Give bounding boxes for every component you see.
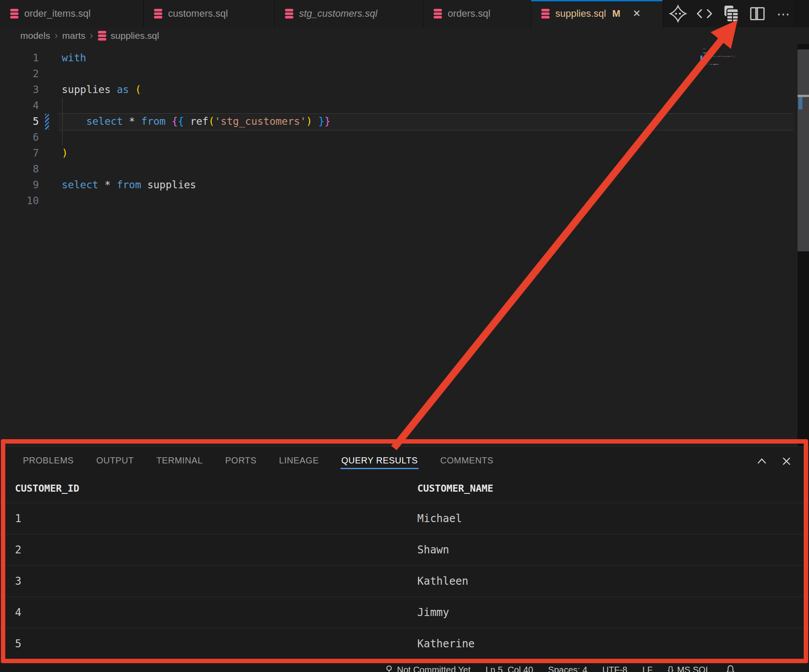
panel-tab-query-results[interactable]: QUERY RESULTS xyxy=(341,449,419,472)
code-line: 5 select * from {{ ref('stg_customers') … xyxy=(0,113,798,129)
table-cell: 3 xyxy=(0,575,402,587)
close-panel-icon[interactable] xyxy=(780,455,793,468)
code-line: 9select * from supplies xyxy=(0,177,798,193)
panel-tab-terminal[interactable]: TERMINAL xyxy=(155,449,203,472)
tab-label: orders.sql xyxy=(448,8,491,19)
code-text: select * from supplies xyxy=(703,63,719,65)
code-line: 10 xyxy=(0,193,798,209)
code-text xyxy=(39,97,62,113)
code-text: ) xyxy=(703,60,704,61)
status-label: Not Committed Yet xyxy=(397,665,471,672)
database-icon xyxy=(433,8,442,19)
code-text: supplies as ( xyxy=(703,52,712,54)
table-cell: 5 xyxy=(0,638,402,650)
close-tab-icon[interactable]: ✕ xyxy=(630,8,643,19)
code-line: 6 xyxy=(0,129,798,145)
table-row: 5Katherine xyxy=(0,628,809,659)
code-text: with xyxy=(39,50,86,66)
dbt-icon[interactable] xyxy=(668,4,688,24)
panel-tab-comments[interactable]: COMMENTS xyxy=(439,449,494,472)
table-cell: 1 xyxy=(0,512,402,525)
breadcrumb: models›marts›supplies.sql xyxy=(0,27,809,44)
code-text xyxy=(39,193,62,209)
panel-tab-ports[interactable]: PORTS xyxy=(225,449,258,472)
line-number: 6 xyxy=(0,129,39,145)
line-number: 7 xyxy=(0,145,39,161)
split-editor-icon[interactable] xyxy=(747,4,768,24)
code-text xyxy=(39,66,62,82)
tab-supplies-sql[interactable]: supplies.sqlM✕ xyxy=(531,0,663,27)
status-label: Ln 5, Col 40 xyxy=(486,665,533,672)
code-text: with xyxy=(703,48,706,50)
status-encoding[interactable]: UTF-8 xyxy=(603,664,628,672)
breadcrumb-item-marts[interactable]: marts xyxy=(62,30,86,41)
line-number: 1 xyxy=(0,50,39,66)
code-text: select * from {{ ref('stg_customers') }} xyxy=(39,113,330,129)
tab-order_items-sql[interactable]: order_items.sql xyxy=(0,0,144,27)
code-editor[interactable]: 1with23supplies as (45 select * from {{ … xyxy=(0,44,798,446)
status-indentation[interactable]: Spaces: 4 xyxy=(548,664,588,672)
table-cell: 4 xyxy=(0,606,402,619)
status-cursor-position[interactable]: Ln 5, Col 40 xyxy=(486,664,533,672)
status-eol[interactable]: LF xyxy=(642,664,652,672)
minimap[interactable]: withsupplies as ( select * from {{ ref('… xyxy=(703,48,800,97)
table-cell: Michael xyxy=(402,512,805,525)
tab-label: customers.sql xyxy=(168,8,228,19)
table-row: 3Kathleen xyxy=(0,565,809,597)
tab-label: supplies.sql xyxy=(555,8,606,19)
code-line: 7) xyxy=(0,145,798,161)
overview-ruler-modified-marker xyxy=(798,97,802,109)
code-line: 1with xyxy=(0,50,798,66)
editor-scrollbar[interactable] xyxy=(798,49,809,251)
breadcrumb-label: marts xyxy=(62,30,86,41)
table-cell: Katherine xyxy=(402,638,805,650)
code-lines: 1with23supplies as (45 select * from {{ … xyxy=(0,50,798,209)
panel-tab-problems[interactable]: PROBLEMS xyxy=(22,449,75,472)
column-header-customer_name[interactable]: CUSTOMER_NAME xyxy=(402,483,805,494)
status-bar: Not Committed YetLn 5, Col 40Spaces: 4UT… xyxy=(0,662,809,672)
table-cell: 2 xyxy=(0,544,402,556)
line-number: 2 xyxy=(0,66,39,82)
status-label: UTF-8 xyxy=(603,665,628,672)
status-language-mode[interactable]: {}MS SQL xyxy=(668,664,711,672)
panel-tab-output[interactable]: OUTPUT xyxy=(95,449,135,472)
breadcrumb-item-supplies-sql[interactable]: supplies.sql xyxy=(97,30,159,41)
status-notifications[interactable] xyxy=(726,664,735,672)
minimap-modified-marker xyxy=(700,56,702,60)
bell-icon xyxy=(726,665,735,672)
code-text: select * from {{ ref('stg_customers') }} xyxy=(703,56,735,57)
database-icon xyxy=(541,8,550,19)
tab-customers-sql[interactable]: customers.sql xyxy=(144,0,275,27)
status-label: Spaces: 4 xyxy=(548,665,588,672)
panel-tab-lineage[interactable]: LINEAGE xyxy=(278,449,320,472)
table-cell: Jimmy xyxy=(402,606,805,619)
braces-icon: {} xyxy=(668,665,674,672)
breadcrumb-label: models xyxy=(20,30,50,41)
panel-actions xyxy=(755,455,793,468)
breadcrumb-separator: › xyxy=(90,30,93,41)
code-text xyxy=(39,129,62,145)
tab-stg_customers-sql[interactable]: stg_customers.sql xyxy=(275,0,423,27)
code-line: 4 xyxy=(0,97,798,113)
status-git-status[interactable]: Not Committed Yet xyxy=(385,664,471,672)
maximize-panel-icon[interactable] xyxy=(755,455,768,468)
query-results-icon[interactable] xyxy=(721,4,741,24)
line-number: 3 xyxy=(0,82,39,97)
breadcrumb-label: supplies.sql xyxy=(111,30,159,41)
tab-orders-sql[interactable]: orders.sql xyxy=(423,0,531,27)
bottom-panel: PROBLEMSOUTPUTTERMINALPORTSLINEAGEQUERY … xyxy=(0,446,809,663)
modified-badge: M xyxy=(612,8,620,19)
column-header-customer_id[interactable]: CUSTOMER_ID xyxy=(0,483,402,494)
panel-tab-bar: PROBLEMSOUTPUTTERMINALPORTSLINEAGEQUERY … xyxy=(22,447,494,474)
code-icon[interactable] xyxy=(694,4,715,24)
breadcrumb-item-models[interactable]: models xyxy=(20,30,50,41)
code-text: ) xyxy=(39,145,68,161)
table-row: 2Shawn xyxy=(0,534,809,565)
more-actions-icon[interactable]: ⋯ xyxy=(774,4,794,24)
code-text: select * from supplies xyxy=(39,177,196,193)
code-line: 2 xyxy=(0,66,798,82)
vscode-window: { "colors":{ "accent_blue":"#0078d4","pa… xyxy=(0,0,809,672)
line-number: 4 xyxy=(0,97,39,113)
table-cell: Shawn xyxy=(402,544,805,556)
line-number: 8 xyxy=(0,161,39,177)
